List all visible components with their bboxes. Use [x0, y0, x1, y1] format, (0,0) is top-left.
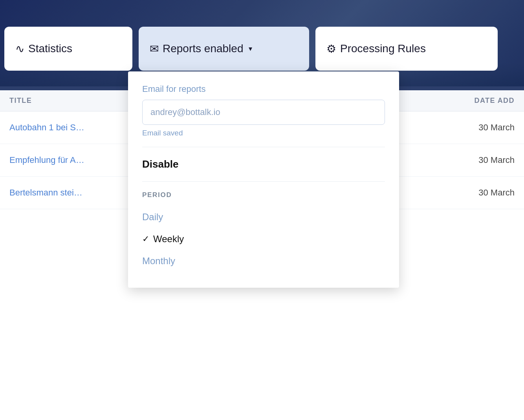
reports-dropdown-panel: Email for reports Email saved Disable PE… — [128, 71, 399, 288]
processing-rules-label: Processing Rules — [340, 42, 426, 55]
period-monthly[interactable]: Monthly — [142, 250, 385, 272]
statistics-label: Statistics — [28, 42, 72, 55]
monthly-label: Monthly — [142, 256, 175, 267]
daily-label: Daily — [142, 212, 163, 223]
period-label: PERIOD — [142, 191, 385, 199]
column-date-header: DATE ADD — [436, 97, 515, 105]
gear-icon: ⚙ — [326, 42, 336, 55]
dropdown-chevron-icon: ▾ — [249, 44, 252, 53]
checkmark-icon: ✓ — [142, 234, 149, 244]
row-date-1: 30 March — [436, 122, 515, 133]
row-date-2: 30 March — [436, 155, 515, 165]
email-saved-status: Email saved — [142, 129, 385, 137]
envelope-icon: ✉ — [150, 42, 159, 55]
processing-rules-button[interactable]: ⚙ Processing Rules — [315, 27, 498, 71]
reports-enabled-label: Reports enabled — [163, 42, 243, 55]
divider-2 — [142, 181, 385, 182]
statistics-button[interactable]: ∿ Statistics — [4, 27, 132, 71]
disable-button[interactable]: Disable — [142, 157, 385, 172]
divider-1 — [142, 147, 385, 147]
weekly-label: Weekly — [153, 234, 184, 245]
email-for-reports-label: Email for reports — [142, 84, 385, 94]
toolbar: ∿ Statistics ✉ Reports enabled ▾ ⚙ Proce… — [0, 27, 524, 71]
email-input[interactable] — [142, 100, 385, 125]
period-weekly[interactable]: ✓ Weekly — [142, 228, 385, 250]
reports-enabled-button[interactable]: ✉ Reports enabled ▾ — [139, 27, 309, 71]
statistics-icon: ∿ — [15, 42, 24, 55]
row-date-3: 30 March — [436, 188, 515, 198]
period-daily[interactable]: Daily — [142, 206, 385, 228]
